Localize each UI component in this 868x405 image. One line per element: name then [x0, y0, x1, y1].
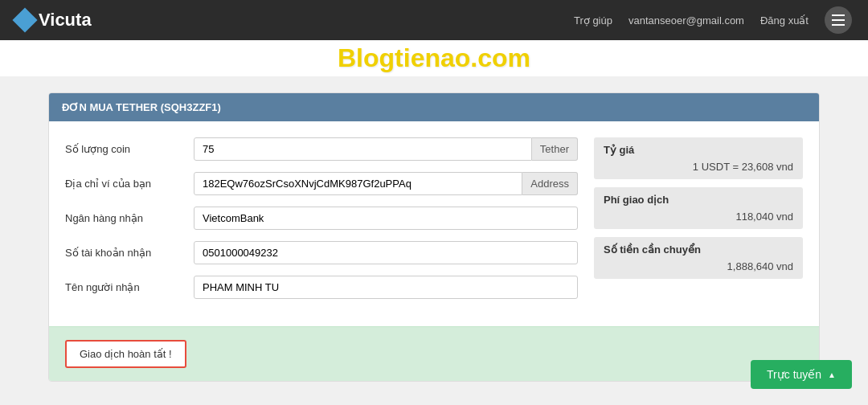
bank-input-group: [194, 207, 578, 230]
address-row: Địa chỉ ví của bạn Address: [65, 172, 578, 195]
watermark-bar: Blogtienao.com: [0, 40, 868, 76]
fee-block: Phí giao dịch 118,040 vnd: [594, 187, 803, 229]
card-header: ĐƠN MUA TETHER (SQH3ZZF1): [49, 93, 819, 121]
card-title: ĐƠN MUA TETHER (SQH3ZZF1): [62, 101, 221, 113]
transfer-block: Số tiền cần chuyển 1,888,640 vnd: [594, 237, 803, 279]
address-label: Địa chỉ ví của bạn: [65, 178, 194, 190]
action-bar: Giao dịch hoàn tất !: [49, 326, 819, 381]
bank-row: Ngân hàng nhận: [65, 207, 578, 230]
user-email: vantanseoer@gmail.com: [628, 14, 744, 27]
online-btn-container: Trực tuyến ▲: [751, 360, 852, 389]
chevron-up-icon: ▲: [828, 370, 836, 379]
recipient-input[interactable]: [194, 276, 578, 299]
address-input[interactable]: [194, 172, 522, 195]
bank-label: Ngân hàng nhận: [65, 212, 194, 224]
logout-link[interactable]: Đăng xuất: [760, 14, 809, 27]
exchange-rate-value: 1 USDT = 23,608 vnd: [604, 161, 793, 173]
menu-icon-line: [832, 14, 845, 16]
exchange-rate-block: Tỷ giá 1 USDT = 23,608 vnd: [594, 137, 803, 179]
account-label: Số tài khoản nhận: [65, 247, 194, 259]
bank-input[interactable]: [194, 207, 578, 230]
header-nav: Trợ giúp vantanseoer@gmail.com Đăng xuất: [574, 6, 852, 34]
recipient-label: Tên người nhận: [65, 281, 194, 293]
logo: Vicuta: [16, 10, 92, 31]
recipient-input-group: [194, 276, 578, 299]
fee-title: Phí giao dịch: [604, 194, 793, 206]
online-label: Trực tuyến: [767, 368, 821, 381]
logo-text: Vicuta: [39, 10, 92, 31]
main-card: ĐƠN MUA TETHER (SQH3ZZF1) Số lượng coin …: [48, 92, 820, 382]
address-suffix: Address: [522, 172, 578, 195]
recipient-row: Tên người nhận: [65, 276, 578, 299]
address-input-group: Address: [194, 172, 578, 195]
exchange-rate-title: Tỷ giá: [604, 144, 793, 156]
watermark-text: Blogtienao.com: [338, 43, 530, 72]
account-input-group: [194, 241, 578, 264]
coin-input[interactable]: [194, 137, 532, 161]
transfer-title: Số tiền cần chuyển: [604, 243, 793, 256]
logo-diamond-icon: [12, 7, 37, 32]
help-link[interactable]: Trợ giúp: [574, 14, 612, 27]
menu-icon-line: [832, 19, 845, 21]
coin-suffix: Tether: [532, 137, 578, 161]
left-section: Số lượng coin Tether Địa chỉ ví của bạn …: [65, 137, 578, 310]
coin-row: Số lượng coin Tether: [65, 137, 578, 161]
menu-icon-line: [832, 24, 845, 26]
menu-button[interactable]: [825, 6, 852, 34]
account-row: Số tài khoản nhận: [65, 241, 578, 264]
complete-button[interactable]: Giao dịch hoàn tất !: [65, 340, 186, 368]
coin-input-group: Tether: [194, 137, 578, 161]
account-input[interactable]: [194, 241, 578, 264]
right-section: Tỷ giá 1 USDT = 23,608 vnd Phí giao dịch…: [594, 137, 803, 310]
coin-label: Số lượng coin: [65, 143, 194, 155]
fee-value: 118,040 vnd: [604, 211, 793, 223]
header: Vicuta Trợ giúp vantanseoer@gmail.com Đă…: [0, 0, 868, 40]
footer: © 2017 Vicuta.com Điều khoản sử dụng | C…: [0, 398, 868, 405]
card-body: Số lượng coin Tether Địa chỉ ví của bạn …: [49, 121, 819, 326]
transfer-value: 1,888,640 vnd: [604, 260, 793, 272]
online-button[interactable]: Trực tuyến ▲: [751, 360, 852, 389]
